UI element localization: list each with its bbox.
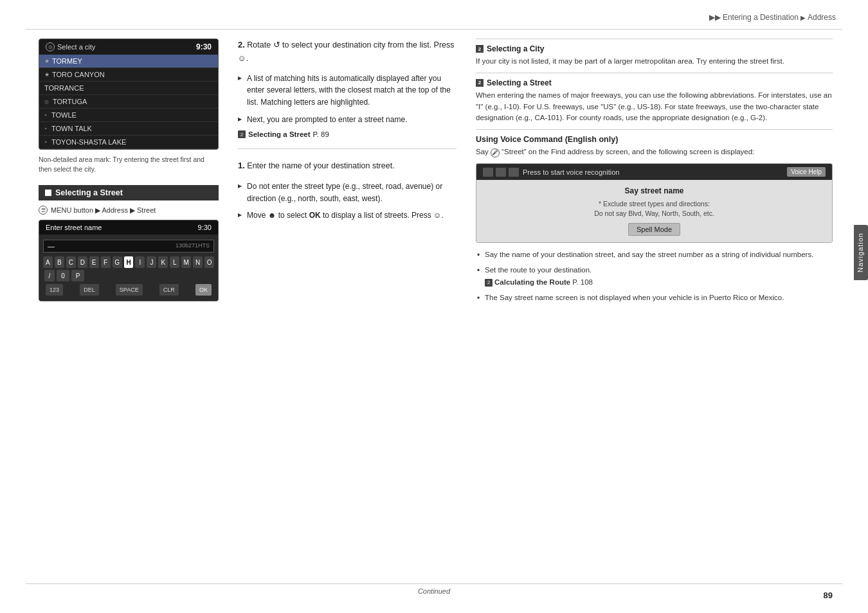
selecting-city-section: 2 Selecting a City If your city is not l… xyxy=(476,44,833,67)
right-top-divider xyxy=(476,39,833,39)
city-item-tormey[interactable]: ★ TORMEY xyxy=(39,55,218,68)
menu-path: ☰ MENU button ▶ Address ▶ Street xyxy=(39,206,219,215)
step2-text: 2. Rotate ↺ to select your destination c… xyxy=(238,39,457,65)
right-column: 2 Selecting a City If your city is not l… xyxy=(476,39,833,308)
city-item-toro-canyon[interactable]: ★ TORO CANYON xyxy=(39,68,218,82)
city-item-torrance[interactable]: TORRANCE xyxy=(39,82,218,95)
calc-route-page: P. 108 xyxy=(572,277,593,289)
top-divider xyxy=(26,29,842,30)
city-item-towle[interactable]: ‣ TOWLE xyxy=(39,109,218,122)
voice-help-button[interactable]: Voice Help xyxy=(787,167,826,177)
key-M[interactable]: M xyxy=(181,256,191,268)
step1-bullet1: Do not enter the street type (e.g., stre… xyxy=(238,181,457,204)
key-space[interactable]: SPACE xyxy=(116,284,143,296)
ref-icon: 2 xyxy=(238,130,246,138)
bullet-icon: ‣ xyxy=(44,126,48,132)
key-0[interactable]: 0 xyxy=(57,270,69,281)
key-F[interactable]: F xyxy=(101,256,111,268)
city-screen-time: 9:30 xyxy=(196,42,212,51)
right-mid-divider1 xyxy=(476,73,833,73)
bottom-divider xyxy=(26,583,842,584)
breadcrumb-arrow2: ▶ xyxy=(800,14,806,21)
voice-icon2 xyxy=(496,168,506,177)
section-square-icon xyxy=(45,190,51,196)
voice-command-title: Using Voice Command (English only) xyxy=(476,135,833,144)
key-I[interactable]: I xyxy=(135,256,145,268)
city-list: ★ TORMEY ★ TORO CANYON TORRANCE ◎ TORTUG… xyxy=(39,55,218,149)
key-H[interactable]: H xyxy=(124,256,134,268)
key-B[interactable]: B xyxy=(55,256,64,268)
bullet-icon: ‣ xyxy=(44,139,48,145)
key-del[interactable]: DEL xyxy=(80,284,99,296)
street-name-screen: Enter street name 9:30 — 130b271HTS A B … xyxy=(39,220,219,301)
section-icon2: 2 xyxy=(476,79,484,87)
step1-bullet2: Move ☻ to select OK to display a list of… xyxy=(238,209,457,222)
spell-mode-button[interactable]: Spell Mode xyxy=(628,223,680,236)
street-screen-header: Enter street name 9:30 xyxy=(39,220,218,235)
breadcrumb-arrows: ▶▶ xyxy=(709,13,721,22)
key-slash[interactable]: / xyxy=(44,270,55,281)
key-N[interactable]: N xyxy=(193,256,203,268)
voice-command-text: Say 🎤 “Street” on the Find address by sc… xyxy=(476,147,833,158)
right-bullet-1: Say the name of your destination street,… xyxy=(476,249,833,261)
voice-icon1 xyxy=(483,168,493,177)
selecting-city-text: If your city is not listed, it may be pa… xyxy=(476,56,833,67)
keyboard-row-2: / 0 P xyxy=(43,270,214,281)
city-item-tortuga[interactable]: ◎ TORTUGA xyxy=(39,95,218,109)
selecting-street-subsection: 2 Selecting a Street When entering the n… xyxy=(476,78,833,124)
voice-header-text: Press to start voice recognition xyxy=(523,168,619,176)
voice-header-left: Press to start voice recognition xyxy=(483,168,619,177)
city-item-town-talk[interactable]: ‣ TOWN TALK xyxy=(39,122,218,136)
continued-text: Continued xyxy=(418,587,450,595)
cursor: — xyxy=(48,242,55,250)
street-input-bar: — 130b271HTS xyxy=(43,240,214,253)
ref-label: Selecting a Street xyxy=(248,130,311,138)
city-item-toyon[interactable]: ‣ TOYON-SHASTA LAKE xyxy=(39,136,218,149)
location-icon: ⊙ xyxy=(46,42,55,51)
street-screen-time: 9:30 xyxy=(198,224,212,231)
menu-button-icon: ☰ xyxy=(39,206,48,215)
menu-path-text: MENU button ▶ Address ▶ Street xyxy=(51,206,156,215)
city-item-label: TORO CANYON xyxy=(52,71,105,78)
ref-page: P. 89 xyxy=(313,130,329,138)
selecting-city-label: Selecting a City xyxy=(487,44,544,53)
page-container: ▶▶ Entering a Destination ▶ Address Navi… xyxy=(0,0,868,613)
key-A[interactable]: A xyxy=(43,256,53,268)
mid-divider xyxy=(238,148,457,149)
key-P[interactable]: P xyxy=(71,270,84,281)
breadcrumb-part1: Entering a Destination xyxy=(723,13,799,22)
right-mid-divider2 xyxy=(476,129,833,130)
bullet-icon: ‣ xyxy=(44,112,48,118)
step1-text: 1. Enter the name of your destination st… xyxy=(238,159,457,173)
circle-icon: ◎ xyxy=(44,99,49,105)
voice-recognition-screen: Press to start voice recognition Voice H… xyxy=(476,163,833,243)
key-123[interactable]: 123 xyxy=(46,284,63,296)
keyboard-area: — 130b271HTS A B C D E F G H I J K L M xyxy=(39,235,218,301)
key-clr[interactable]: CLR xyxy=(159,284,179,296)
city-item-label: TOWN TALK xyxy=(51,125,92,132)
voice-screen-header: Press to start voice recognition Voice H… xyxy=(476,164,832,180)
selecting-street-section-header: Selecting a Street xyxy=(39,185,219,200)
key-L[interactable]: L xyxy=(170,256,179,268)
city-select-screen: ⊙ Select a city 9:30 ★ TORMEY ★ TORO CAN… xyxy=(39,39,219,150)
key-J[interactable]: J xyxy=(147,256,156,268)
key-G[interactable]: G xyxy=(113,256,122,268)
key-E[interactable]: E xyxy=(89,256,99,268)
page-number: 89 xyxy=(824,591,833,600)
key-O[interactable]: O xyxy=(204,256,214,268)
voice-icon3 xyxy=(509,168,519,177)
say-street-label: Say street name xyxy=(489,186,819,195)
right-bullet-2: Set the route to your destination. 2 Cal… xyxy=(476,265,833,289)
calc-route-label: Calculating the Route xyxy=(494,277,570,289)
side-nav-tab: Navigation xyxy=(854,225,868,280)
say-note: * Exclude street types and directions: D… xyxy=(489,199,819,218)
city-item-label: TOWLE xyxy=(51,111,77,119)
key-ok[interactable]: OK xyxy=(195,284,212,296)
right-bullet-3: The Say street name screen is not displa… xyxy=(476,292,833,304)
key-C[interactable]: C xyxy=(66,256,76,268)
key-D[interactable]: D xyxy=(78,256,87,268)
step2-bullet1: A list of matching hits is automatically… xyxy=(238,73,457,109)
city-item-label: TORMEY xyxy=(52,57,82,65)
selecting-city-title: 2 Selecting a City xyxy=(476,44,833,53)
key-K[interactable]: K xyxy=(158,256,168,268)
